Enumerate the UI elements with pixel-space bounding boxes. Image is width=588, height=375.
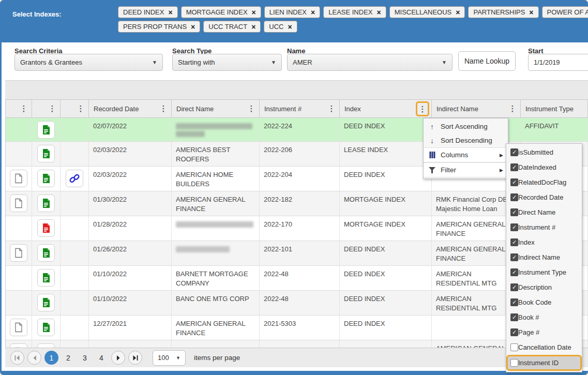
document-red-button[interactable] <box>37 219 55 237</box>
view-page-button[interactable] <box>10 244 27 262</box>
next-page-button[interactable] <box>111 351 125 365</box>
document-green-button[interactable] <box>37 194 55 212</box>
index-tag[interactable]: DEED INDEX× <box>118 6 178 18</box>
column-header-icon[interactable]: ⋮ <box>6 99 32 118</box>
search-type-select[interactable]: Starting with ▼ <box>172 54 282 71</box>
column-toggle-instrument-type[interactable]: ✓Instrument Type <box>506 265 582 280</box>
column-toggle-index[interactable]: ✓Index <box>506 235 582 250</box>
table-row[interactable]: 12/27/2021AMERICAN GENERAL FINANCE2021-5… <box>6 316 588 340</box>
checkbox-checked-icon[interactable]: ✓ <box>510 223 518 231</box>
view-page-button[interactable] <box>10 343 27 348</box>
column-menu-button[interactable]: ⋮ <box>246 102 257 115</box>
name-combobox[interactable]: AMER ▼ <box>287 54 453 71</box>
index-tag[interactable]: UCC× <box>264 21 297 33</box>
previous-page-button[interactable] <box>27 351 41 365</box>
document-green-button[interactable] <box>37 269 55 287</box>
index-tag[interactable]: MORTGAGE INDEX× <box>181 6 261 18</box>
page-number-button[interactable]: 1 <box>44 351 58 365</box>
column-menu-button[interactable]: ⋮ <box>18 102 29 115</box>
column-menu-button[interactable]: ⋮ <box>326 102 337 115</box>
close-icon[interactable]: × <box>191 23 195 31</box>
menu-item-sort-descending[interactable]: ↓Sort Descending <box>424 133 508 147</box>
page-number-button[interactable]: 3 <box>78 354 92 362</box>
column-toggle-book-code[interactable]: ✓Book Code <box>506 295 582 310</box>
column-toggle-indirect-name[interactable]: ✓Indirect Name <box>506 250 582 265</box>
checkbox-checked-icon[interactable]: ✓ <box>510 313 518 321</box>
checkbox-checked-icon[interactable]: ✓ <box>510 283 518 291</box>
page-number-button[interactable]: 4 <box>95 354 108 362</box>
view-page-button[interactable] <box>10 319 27 336</box>
close-icon[interactable]: × <box>252 9 256 16</box>
checkbox-checked-icon[interactable]: ✓ <box>510 268 518 276</box>
name-lookup-button[interactable]: Name Lookup <box>458 51 516 71</box>
document-green-button[interactable] <box>37 343 55 348</box>
close-icon[interactable]: × <box>251 23 255 31</box>
last-page-button[interactable] <box>128 351 142 365</box>
column-toggle-description[interactable]: ✓Description <box>506 280 582 295</box>
checkbox-checked-icon[interactable]: ✓ <box>510 238 518 246</box>
column-toggle-relateddocflag[interactable]: ✓RelatedDocFlag <box>506 175 582 190</box>
document-green-button[interactable] <box>37 294 55 311</box>
close-icon[interactable]: × <box>168 9 172 16</box>
checkbox-checked-icon[interactable]: ✓ <box>510 253 518 261</box>
view-page-button[interactable] <box>10 170 27 187</box>
close-icon[interactable]: × <box>377 9 381 16</box>
table-row[interactable]: 01/10/2022BANC ONE MTG CORP2022-48DEED I… <box>6 291 588 316</box>
menu-item-columns[interactable]: Columns▶ <box>424 147 508 162</box>
column-menu-button[interactable]: ⋮ <box>75 102 86 115</box>
column-header-indirect-name[interactable]: Indirect Name⋮ <box>432 99 521 118</box>
document-green-button[interactable] <box>37 170 55 187</box>
column-toggle-instrument-id[interactable]: Instrument ID <box>506 355 582 371</box>
menu-item-sort-ascending[interactable]: ↑Sort Ascending <box>424 119 508 133</box>
search-criteria-select[interactable]: Grantors & Grantees ▼ <box>14 54 163 71</box>
column-header-instrument-[interactable]: Instrument #⋮ <box>260 99 340 118</box>
table-row[interactable]: 01/10/2022BARNETT MORTGAGE COMPANY2022-4… <box>6 266 588 291</box>
close-icon[interactable]: × <box>529 9 533 16</box>
document-green-button[interactable] <box>37 244 55 262</box>
column-header-instrument-type[interactable]: Instrument Type <box>521 99 588 118</box>
index-tag[interactable]: PARTNERSHIPS× <box>468 6 538 18</box>
checkbox-checked-icon[interactable]: ✓ <box>510 178 518 186</box>
column-header-recorded-date[interactable]: Recorded Date⋮ <box>89 99 172 118</box>
column-header-icon[interactable]: ⋮ <box>32 99 61 118</box>
start-date-input[interactable]: 1/1/2019 <box>528 54 588 71</box>
column-menu-button[interactable]: ⋮ <box>47 102 58 115</box>
document-green-button[interactable] <box>37 121 55 139</box>
menu-item-filter[interactable]: Filter▶ <box>424 162 508 177</box>
column-toggle-issubmitted[interactable]: ✓isSubmitted <box>506 145 582 160</box>
column-header-index[interactable]: Index⋮ <box>340 99 432 118</box>
checkbox-checked-icon[interactable]: ✓ <box>510 208 518 216</box>
checkbox-checked-icon[interactable]: ✓ <box>510 298 518 306</box>
column-header-direct-name[interactable]: Direct Name⋮ <box>172 99 260 118</box>
checkbox-unchecked-icon[interactable] <box>510 343 518 351</box>
table-row[interactable]: 01/26/20222022-101DEED INDEXAMERICAN GEN… <box>6 241 588 266</box>
document-green-button[interactable] <box>37 319 55 336</box>
column-toggle-dateindexed[interactable]: ✓DateIndexed <box>506 160 582 175</box>
column-toggle-direct-name[interactable]: ✓Direct Name <box>506 205 582 220</box>
first-page-button[interactable] <box>10 351 24 365</box>
column-toggle-page-[interactable]: ✓Page # <box>506 325 582 340</box>
document-green-button[interactable] <box>37 145 55 162</box>
column-menu-button[interactable]: ⋮ <box>507 102 518 115</box>
page-number-button[interactable]: 2 <box>62 354 75 362</box>
checkbox-unchecked-icon[interactable] <box>510 359 518 367</box>
page-size-select[interactable]: 100 ▼ <box>153 350 186 366</box>
close-icon[interactable]: × <box>456 9 460 16</box>
column-toggle-cancellation-date[interactable]: Cancellation Date <box>506 340 582 355</box>
checkbox-checked-icon[interactable]: ✓ <box>510 148 518 156</box>
column-toggle-recorded-date[interactable]: ✓Recorded Date <box>506 190 582 205</box>
table-row[interactable]: AMERICAN GENERAL <box>6 340 588 348</box>
table-row[interactable]: 01/28/20222022-170MORTGAGE INDEXAMERICAN… <box>6 216 588 241</box>
column-toggle-instrument-[interactable]: ✓Instrument # <box>506 220 582 235</box>
table-row[interactable]: 01/30/2022AMERICAN GENERAL FINANCE2022-1… <box>6 191 588 216</box>
checkbox-checked-icon[interactable]: ✓ <box>510 163 518 171</box>
view-page-button[interactable] <box>10 194 27 212</box>
close-icon[interactable]: × <box>311 9 315 16</box>
index-tag[interactable]: POWER OF ATTY× <box>542 6 588 18</box>
index-tag[interactable]: LIEN INDEX× <box>264 6 320 18</box>
checkbox-checked-icon[interactable]: ✓ <box>510 328 518 336</box>
index-tag[interactable]: LEASE INDEX× <box>323 6 386 18</box>
column-menu-button[interactable]: ⋮ <box>158 102 169 115</box>
index-tag[interactable]: UCC TRACT× <box>203 21 261 33</box>
checkbox-checked-icon[interactable]: ✓ <box>510 193 518 201</box>
